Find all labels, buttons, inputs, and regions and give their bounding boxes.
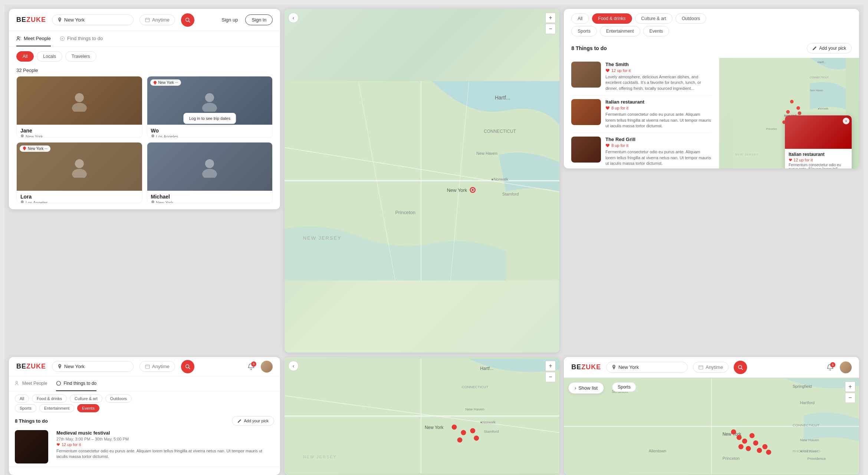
bottom-map-back[interactable]: ‹ bbox=[288, 361, 299, 371]
user-avatar[interactable] bbox=[261, 361, 273, 373]
tab-find-things[interactable]: Find things to do bbox=[60, 31, 103, 46]
svg-text:CONNECTICUT: CONNECTICUT bbox=[810, 76, 829, 79]
filter-culture-bottom[interactable]: Culture & art bbox=[70, 394, 102, 403]
filter-all[interactable]: All bbox=[16, 51, 34, 62]
notification-icon[interactable]: 6 bbox=[245, 361, 257, 373]
location-text: New York bbox=[64, 17, 85, 23]
svg-point-9 bbox=[75, 93, 84, 102]
fullmap-zoom-in[interactable]: + bbox=[845, 381, 855, 392]
tab-meet-people-bottom[interactable]: Meet People bbox=[15, 376, 47, 391]
bottom-zoom-in[interactable]: + bbox=[545, 361, 556, 371]
thing-item[interactable]: The Smith 12 up for it Lovely atmosphere… bbox=[571, 58, 711, 95]
anytime-field[interactable]: Anytime bbox=[139, 14, 175, 25]
map-back-button[interactable]: ‹ bbox=[288, 13, 299, 23]
person-location: Los Angeles bbox=[20, 200, 138, 204]
event-item[interactable]: Medieval music festival 27th May, 3:00 P… bbox=[9, 427, 280, 467]
search-button[interactable] bbox=[181, 13, 194, 27]
svg-point-14 bbox=[72, 169, 87, 178]
svg-text:Hartf...: Hartf... bbox=[495, 95, 510, 101]
event-likes: 12 up for it bbox=[56, 442, 274, 447]
sports-filter-tab[interactable]: Sports bbox=[612, 382, 636, 392]
filter-culture-art[interactable]: Culture & art bbox=[635, 13, 673, 24]
top-map-panel: Hartf... CONNECTICUT New Haven ●Norwalk … bbox=[285, 9, 559, 353]
zoom-in-button[interactable]: + bbox=[545, 13, 556, 23]
person-card-lora[interactable]: New York ··· Lora Los Angeles Let's grab… bbox=[16, 142, 142, 204]
location-icon bbox=[612, 365, 616, 370]
tab-meet-people[interactable]: Meet People bbox=[16, 31, 51, 46]
popup-title: Italian restaurant bbox=[789, 152, 848, 157]
svg-point-44 bbox=[796, 106, 800, 110]
svg-text:Stamford: Stamford bbox=[502, 192, 519, 196]
bottom-anytime-field[interactable]: Anytime bbox=[139, 361, 175, 372]
things-to-do-panel: All Food & drinks Culture & art Outdoors… bbox=[564, 9, 859, 168]
signup-button[interactable]: Sign up bbox=[218, 14, 241, 25]
filter-entertainment-bottom[interactable]: Entertainment bbox=[39, 404, 74, 412]
zoom-out-button[interactable]: − bbox=[545, 24, 556, 34]
svg-point-45 bbox=[786, 110, 790, 114]
svg-point-53 bbox=[16, 381, 18, 383]
show-list-button[interactable]: › Show list bbox=[568, 382, 604, 394]
fullmap-anytime[interactable]: Anytime bbox=[693, 362, 729, 373]
svg-text:CONNECTICUT: CONNECTICUT bbox=[793, 423, 819, 427]
svg-point-6 bbox=[17, 36, 19, 38]
thing-desc: Lovely atmosphere, delicious American di… bbox=[605, 74, 711, 91]
thing-item[interactable]: Italian restaurant 8 up for it Fermentum… bbox=[571, 95, 711, 133]
location-field[interactable]: New York bbox=[52, 14, 134, 25]
thing-item[interactable]: The Red Grill 8 up for it Fermentum cons… bbox=[571, 133, 711, 168]
svg-point-11 bbox=[205, 93, 214, 102]
filter-outdoors[interactable]: Outdoors bbox=[675, 13, 706, 24]
fullmap-user-avatar[interactable] bbox=[840, 361, 852, 373]
things-header: 8 Things to do Add your pick bbox=[564, 39, 859, 58]
svg-point-15 bbox=[205, 159, 214, 168]
svg-point-91 bbox=[742, 439, 747, 444]
tab-find-things-bottom[interactable]: Find things to do bbox=[56, 376, 96, 391]
filter-all-bottom[interactable]: All bbox=[15, 394, 29, 403]
thing-name: The Red Grill bbox=[605, 137, 711, 142]
tab-meet-people-label: Meet People bbox=[24, 36, 51, 41]
bottom-map-zoom: + − bbox=[545, 361, 556, 382]
map-popup-card: × Italian restaurant 12 up for it Fermen… bbox=[785, 115, 852, 168]
fullmap-location[interactable]: New York bbox=[606, 362, 688, 373]
filter-outdoors-bottom[interactable]: Outdoors bbox=[105, 394, 132, 403]
svg-text:RHODE ISLAND: RHODE ISLAND bbox=[793, 449, 821, 453]
filter-events[interactable]: Events bbox=[643, 26, 670, 36]
fullmap-notification[interactable]: 6 bbox=[824, 361, 836, 373]
filter-locals[interactable]: Locals bbox=[37, 51, 62, 62]
svg-point-67 bbox=[461, 430, 466, 435]
thing-name: Italian restaurant bbox=[605, 99, 711, 105]
filter-travelers[interactable]: Travelers bbox=[65, 51, 96, 62]
fullmap-zoom-out[interactable]: − bbox=[845, 393, 855, 403]
svg-text:CONNECTICUT: CONNECTICUT bbox=[462, 385, 489, 389]
bottom-zoom-out[interactable]: − bbox=[545, 372, 556, 382]
filter-food-drinks[interactable]: Food & drinks bbox=[592, 13, 632, 24]
filter-food-bottom[interactable]: Food & drinks bbox=[32, 394, 67, 403]
event-date: 27th May, 3:00 PM – 30th May, 5:00 PM bbox=[56, 437, 274, 441]
person-card-wo[interactable]: New York ··· Log in to see trip dates Wo… bbox=[147, 76, 273, 138]
filter-sports[interactable]: Sports bbox=[571, 26, 597, 36]
calendar-icon bbox=[698, 365, 703, 370]
bottom-nav-tabs: Meet People Find things to do bbox=[9, 376, 280, 392]
thing-name: The Smith bbox=[605, 62, 711, 67]
svg-text:New Haven: New Haven bbox=[810, 89, 823, 92]
people-count: 32 People bbox=[9, 66, 280, 76]
filter-events-bottom[interactable]: Events bbox=[77, 404, 99, 412]
person-card-michael[interactable]: Michael New York Let's grab a slice of a… bbox=[147, 142, 273, 204]
signin-button[interactable]: Sign in bbox=[245, 14, 273, 25]
svg-text:●Norwalk: ●Norwalk bbox=[480, 420, 496, 424]
add-pick-bottom[interactable]: Add your pick bbox=[232, 416, 274, 426]
map-popup-close[interactable]: × bbox=[843, 118, 849, 124]
filter-all-things[interactable]: All bbox=[571, 13, 589, 24]
filter-sports-bottom[interactable]: Sports bbox=[15, 404, 36, 412]
svg-point-90 bbox=[737, 435, 742, 440]
anytime-text: Anytime bbox=[152, 17, 170, 23]
fullmap-search-button[interactable] bbox=[734, 361, 747, 374]
bottom-location-field[interactable]: New York bbox=[52, 361, 134, 372]
popup-likes: 12 up for it bbox=[789, 158, 848, 162]
fullmap-header: BEZUKE New York Anytime 6 bbox=[564, 357, 859, 378]
svg-text:Princeton: Princeton bbox=[723, 456, 740, 461]
person-card-jane[interactable]: Jane New York Let's grab a slice of auth… bbox=[16, 76, 142, 138]
filter-entertainment[interactable]: Entertainment bbox=[600, 26, 640, 36]
bottom-search-button[interactable] bbox=[181, 360, 194, 373]
people-grid: Jane New York Let's grab a slice of auth… bbox=[9, 76, 280, 209]
add-pick-button[interactable]: Add your pick bbox=[807, 43, 852, 53]
